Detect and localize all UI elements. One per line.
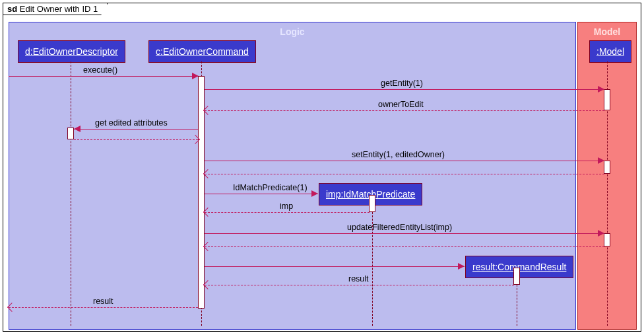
msg-result-create [205,266,465,267]
msg-updatefiltered-return [205,246,604,247]
msg-imp-create [205,194,318,194]
label-execute: execute() [83,65,117,75]
label-getedited: get edited attributes [95,118,168,128]
label-updatefiltered: updateFilteredEntityList(imp) [347,223,452,232]
participant-c: c:EditOwnerCommand [148,40,256,63]
sd-title-tab: sd Edit Owner with ID 1 [3,3,108,15]
arrow-getentity [598,86,604,93]
activation-model-2 [604,161,610,174]
arrow-imp-create [311,190,318,197]
msg-result-return [205,285,514,285]
activation-model-3 [604,233,610,246]
region-logic-title: Logic [9,22,575,40]
label-imp-create: IdMatchPredicate(1) [233,183,307,192]
label-getentity: getEntity(1) [381,79,423,88]
msg-getedited [74,129,198,130]
activation-imp [369,195,375,212]
activation-d [67,128,74,139]
sd-title: Edit Owner with ID 1 [20,4,98,14]
lifeline-d [71,61,71,326]
sd-prefix: sd [7,4,17,14]
label-ownertoedit: ownerToEdit [378,100,424,109]
arrow-updatefiltered [598,230,604,237]
lifeline-result [517,278,517,326]
msg-getedited-return [74,139,198,140]
msg-imp-return [205,212,370,213]
label-imp-return: imp [280,202,293,211]
activation-result [513,268,520,285]
arrow-setentity [598,157,604,164]
msg-setentity-return [205,174,604,174]
region-model-title: Model [578,22,636,40]
label-setentity: setEntity(1, editedOwner) [352,150,445,159]
label-final-return: result [93,297,113,306]
diagram-container: Logic Model d:EditOwnerDescriptor c:Edit… [9,22,637,330]
sequence-frame: sd Edit Owner with ID 1 Logic Model d:Ed… [3,3,641,332]
msg-ownertoedit [205,110,604,111]
msg-updatefiltered [205,233,604,234]
activation-model-1 [604,89,610,110]
msg-execute [9,76,198,77]
label-result-return: result [348,274,369,283]
msg-final-return [9,307,198,308]
msg-getentity [205,89,604,90]
participant-d: d:EditOwnerDescriptor [18,40,125,63]
arrow-getedited [74,126,80,132]
arrow-result-create [458,263,465,270]
arrow-execute [192,73,199,79]
participant-model: :Model [589,40,631,63]
msg-setentity [205,161,604,161]
